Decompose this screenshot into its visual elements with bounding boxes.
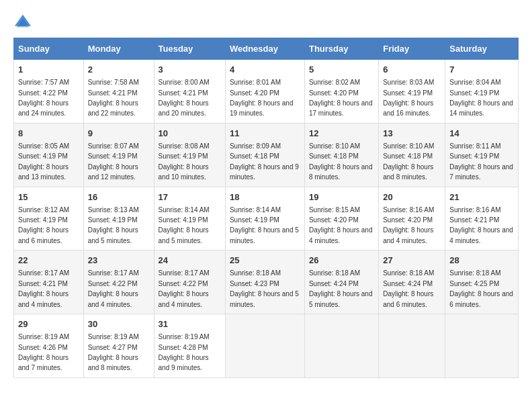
calendar-week-row: 8 Sunrise: 8:05 AMSunset: 4:19 PMDayligh…: [14, 123, 519, 187]
calendar-cell: 13 Sunrise: 8:10 AMSunset: 4:18 PMDaylig…: [379, 123, 445, 187]
calendar-header-friday: Friday: [379, 38, 445, 60]
day-info: Sunrise: 8:19 AMSunset: 4:27 PMDaylight:…: [88, 333, 139, 371]
day-number: 12: [309, 128, 374, 140]
calendar-cell: 25 Sunrise: 8:18 AMSunset: 4:23 PMDaylig…: [225, 250, 304, 314]
calendar-cell: [445, 314, 519, 378]
day-number: 23: [88, 255, 150, 267]
day-number: 27: [383, 255, 441, 267]
calendar-header-wednesday: Wednesday: [225, 38, 304, 60]
day-info: Sunrise: 8:17 AMSunset: 4:22 PMDaylight:…: [88, 269, 139, 308]
calendar-cell: 22 Sunrise: 8:17 AMSunset: 4:21 PMDaylig…: [14, 250, 84, 314]
day-number: 13: [383, 128, 441, 140]
calendar-cell: [225, 314, 304, 378]
day-number: 19: [309, 191, 374, 203]
calendar-cell: [379, 314, 445, 378]
day-info: Sunrise: 7:58 AMSunset: 4:21 PMDaylight:…: [88, 79, 139, 117]
calendar-cell: 6 Sunrise: 8:03 AMSunset: 4:19 PMDayligh…: [379, 60, 445, 124]
day-info: Sunrise: 8:01 AMSunset: 4:20 PMDaylight:…: [230, 79, 294, 117]
day-info: Sunrise: 8:18 AMSunset: 4:24 PMDaylight:…: [383, 269, 434, 308]
day-info: Sunrise: 8:08 AMSunset: 4:19 PMDaylight:…: [159, 142, 210, 181]
day-info: Sunrise: 8:10 AMSunset: 4:18 PMDaylight:…: [383, 142, 434, 181]
day-number: 24: [159, 255, 221, 267]
calendar-cell: 18 Sunrise: 8:14 AMSunset: 4:19 PMDaylig…: [225, 187, 304, 250]
day-info: Sunrise: 8:05 AMSunset: 4:19 PMDaylight:…: [18, 142, 69, 181]
calendar-cell: 12 Sunrise: 8:10 AMSunset: 4:18 PMDaylig…: [304, 123, 378, 187]
day-info: Sunrise: 8:16 AMSunset: 4:21 PMDaylight:…: [449, 206, 513, 244]
day-info: Sunrise: 8:18 AMSunset: 4:25 PMDaylight:…: [449, 269, 513, 308]
day-number: 26: [309, 255, 374, 267]
calendar-cell: 10 Sunrise: 8:08 AMSunset: 4:19 PMDaylig…: [154, 123, 225, 187]
day-info: Sunrise: 8:15 AMSunset: 4:20 PMDaylight:…: [309, 206, 373, 244]
day-number: 30: [88, 318, 150, 330]
day-info: Sunrise: 8:17 AMSunset: 4:21 PMDaylight:…: [18, 269, 69, 308]
day-number: 3: [159, 64, 221, 76]
calendar-cell: 19 Sunrise: 8:15 AMSunset: 4:20 PMDaylig…: [304, 187, 378, 250]
day-number: 25: [230, 255, 300, 267]
day-number: 10: [159, 128, 221, 140]
day-info: Sunrise: 8:19 AMSunset: 4:28 PMDaylight:…: [159, 333, 210, 371]
day-number: 18: [230, 191, 300, 203]
calendar-cell: 23 Sunrise: 8:17 AMSunset: 4:22 PMDaylig…: [83, 250, 154, 314]
day-number: 16: [88, 191, 150, 203]
calendar-week-row: 15 Sunrise: 8:12 AMSunset: 4:19 PMDaylig…: [14, 187, 519, 250]
calendar-week-row: 1 Sunrise: 7:57 AMSunset: 4:22 PMDayligh…: [14, 60, 519, 124]
day-info: Sunrise: 8:18 AMSunset: 4:24 PMDaylight:…: [309, 269, 373, 308]
day-info: Sunrise: 8:07 AMSunset: 4:19 PMDaylight:…: [88, 142, 139, 181]
day-info: Sunrise: 8:14 AMSunset: 4:19 PMDaylight:…: [159, 206, 210, 244]
calendar-week-row: 29 Sunrise: 8:19 AMSunset: 4:26 PMDaylig…: [14, 314, 519, 378]
calendar-cell: 16 Sunrise: 8:13 AMSunset: 4:19 PMDaylig…: [83, 187, 154, 250]
day-number: 7: [449, 64, 514, 76]
day-number: 5: [309, 64, 374, 76]
day-info: Sunrise: 8:00 AMSunset: 4:21 PMDaylight:…: [159, 79, 210, 117]
day-info: Sunrise: 8:19 AMSunset: 4:26 PMDaylight:…: [18, 333, 69, 371]
calendar-cell: 28 Sunrise: 8:18 AMSunset: 4:25 PMDaylig…: [445, 250, 519, 314]
day-number: 20: [383, 191, 441, 203]
day-number: 4: [230, 64, 300, 76]
day-number: 17: [159, 191, 221, 203]
calendar-cell: 26 Sunrise: 8:18 AMSunset: 4:24 PMDaylig…: [304, 250, 378, 314]
day-number: 15: [18, 191, 79, 203]
calendar-cell: 2 Sunrise: 7:58 AMSunset: 4:21 PMDayligh…: [83, 60, 154, 124]
day-number: 6: [383, 64, 441, 76]
day-number: 28: [449, 255, 514, 267]
day-number: 8: [18, 128, 79, 140]
calendar-cell: 30 Sunrise: 8:19 AMSunset: 4:27 PMDaylig…: [83, 314, 154, 378]
day-info: Sunrise: 8:10 AMSunset: 4:18 PMDaylight:…: [309, 142, 373, 181]
calendar-header-row: SundayMondayTuesdayWednesdayThursdayFrid…: [14, 38, 519, 60]
day-info: Sunrise: 8:14 AMSunset: 4:19 PMDaylight:…: [230, 206, 299, 244]
day-number: 9: [88, 128, 150, 140]
day-info: Sunrise: 8:13 AMSunset: 4:19 PMDaylight:…: [88, 206, 139, 244]
day-info: Sunrise: 8:09 AMSunset: 4:18 PMDaylight:…: [230, 142, 299, 181]
day-info: Sunrise: 8:03 AMSunset: 4:19 PMDaylight:…: [383, 79, 434, 117]
calendar-cell: 1 Sunrise: 7:57 AMSunset: 4:22 PMDayligh…: [14, 60, 84, 124]
calendar-cell: 7 Sunrise: 8:04 AMSunset: 4:19 PMDayligh…: [445, 60, 519, 124]
calendar-cell: 29 Sunrise: 8:19 AMSunset: 4:26 PMDaylig…: [14, 314, 84, 378]
day-number: 29: [18, 318, 79, 330]
calendar-header-monday: Monday: [83, 38, 154, 60]
logo: [13, 13, 35, 32]
calendar-cell: 8 Sunrise: 8:05 AMSunset: 4:19 PMDayligh…: [14, 123, 84, 187]
calendar-cell: 27 Sunrise: 8:18 AMSunset: 4:24 PMDaylig…: [379, 250, 445, 314]
day-info: Sunrise: 8:18 AMSunset: 4:23 PMDaylight:…: [230, 269, 299, 308]
day-info: Sunrise: 8:04 AMSunset: 4:19 PMDaylight:…: [449, 79, 513, 117]
header: [13, 13, 519, 32]
calendar-cell: 4 Sunrise: 8:01 AMSunset: 4:20 PMDayligh…: [225, 60, 304, 124]
day-number: 21: [449, 191, 514, 203]
calendar-cell: 14 Sunrise: 8:11 AMSunset: 4:19 PMDaylig…: [445, 123, 519, 187]
calendar-cell: 17 Sunrise: 8:14 AMSunset: 4:19 PMDaylig…: [154, 187, 225, 250]
day-number: 31: [159, 318, 221, 330]
calendar-header-saturday: Saturday: [445, 38, 519, 60]
calendar-week-row: 22 Sunrise: 8:17 AMSunset: 4:21 PMDaylig…: [14, 250, 519, 314]
calendar-header-tuesday: Tuesday: [154, 38, 225, 60]
calendar-header-sunday: Sunday: [14, 38, 84, 60]
calendar-cell: 20 Sunrise: 8:16 AMSunset: 4:20 PMDaylig…: [379, 187, 445, 250]
logo-icon: [13, 13, 32, 32]
calendar-cell: 15 Sunrise: 8:12 AMSunset: 4:19 PMDaylig…: [14, 187, 84, 250]
calendar-cell: 24 Sunrise: 8:17 AMSunset: 4:22 PMDaylig…: [154, 250, 225, 314]
day-info: Sunrise: 8:02 AMSunset: 4:20 PMDaylight:…: [309, 79, 373, 117]
calendar-cell: 3 Sunrise: 8:00 AMSunset: 4:21 PMDayligh…: [154, 60, 225, 124]
day-info: Sunrise: 8:16 AMSunset: 4:20 PMDaylight:…: [383, 206, 434, 244]
calendar-header-thursday: Thursday: [304, 38, 378, 60]
calendar-cell: 11 Sunrise: 8:09 AMSunset: 4:18 PMDaylig…: [225, 123, 304, 187]
day-info: Sunrise: 7:57 AMSunset: 4:22 PMDaylight:…: [18, 79, 69, 117]
